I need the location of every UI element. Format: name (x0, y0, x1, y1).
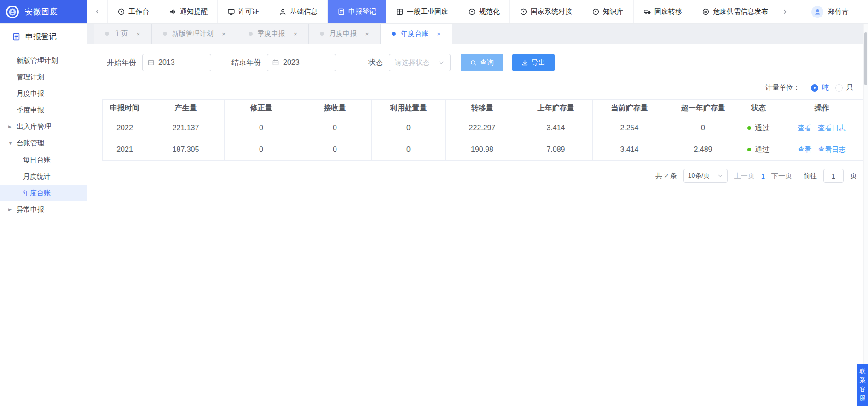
sidebar-header: 申报登记 (0, 24, 87, 49)
tab-label: 季度申报 (258, 29, 285, 38)
end-year-label: 结束年份 (231, 58, 261, 68)
cell-value: 0 (372, 117, 446, 139)
scrollbar-thumb[interactable] (864, 32, 867, 85)
nav-item-label: 危废供需信息发布 (713, 7, 768, 16)
contact-support-widget[interactable]: 联系客服 (857, 364, 868, 406)
caret-right-icon[interactable]: ▶ (8, 124, 12, 129)
filter-row: 开始年份 结束年份 状态 请选择状态 查询 (107, 54, 868, 71)
tab-label: 新版管理计划 (172, 29, 214, 38)
nav-item-3[interactable]: 基础信息 (269, 0, 328, 23)
goto-page-input[interactable] (823, 169, 844, 183)
id-card-icon (279, 8, 287, 16)
sidebar-item-7[interactable]: 月度统计 (0, 168, 87, 185)
start-year-field[interactable] (142, 54, 211, 71)
sidebar-item-1[interactable]: 管理计划 (0, 69, 87, 85)
unit-option-label: 吨 (822, 83, 829, 92)
status-select[interactable]: 请选择状态 (389, 54, 451, 71)
cell-actions: 查看查看日志 (777, 117, 867, 139)
tab-4[interactable]: 年度台账× (381, 24, 452, 44)
cell-value: 2.254 (593, 117, 666, 139)
tab-label: 主页 (114, 29, 128, 38)
close-icon[interactable]: × (136, 30, 140, 38)
caret-down-icon[interactable]: ▼ (8, 141, 12, 145)
nav-item-6[interactable]: 规范化 (458, 0, 510, 23)
vertical-scrollbar[interactable] (863, 24, 868, 406)
tab-0[interactable]: 主页× (94, 24, 152, 44)
search-icon (470, 59, 477, 66)
caret-right-icon[interactable]: ▶ (8, 207, 12, 212)
nav-scroll-left[interactable] (87, 0, 108, 23)
bullseye-icon (592, 8, 600, 16)
sidebar-item-label: 异常申报 (17, 205, 44, 214)
column-header: 超一年贮存量 (666, 100, 740, 117)
tab-1[interactable]: 新版管理计划× (152, 24, 237, 44)
nav-item-4[interactable]: 申报登记 (328, 0, 386, 23)
nav-item-2[interactable]: 许可证 (218, 0, 269, 23)
nav-item-0[interactable]: 工作台 (108, 0, 159, 23)
support-widget-char: 客 (860, 386, 866, 393)
sidebar-item-0[interactable]: 新版管理计划 (0, 52, 87, 69)
tab-3[interactable]: 月度申报× (309, 24, 381, 44)
unit-label: 计量单位： (765, 83, 800, 92)
brand-logo-block[interactable]: 安徽固废 (0, 0, 87, 23)
tab-status-dot (392, 32, 396, 36)
cell-actions: 查看查看日志 (777, 139, 867, 161)
sidebar-item-8[interactable]: 年度台账 (0, 185, 87, 201)
view-log-link[interactable]: 查看日志 (818, 145, 846, 153)
close-icon[interactable]: × (437, 30, 441, 38)
page-size-select[interactable]: 10条/页 (683, 169, 728, 183)
top-navigation-bar: 安徽固废 工作台通知提醒许可证基础信息申报登记一般工业固废规范化国家系统对接知识… (0, 0, 868, 24)
cell-value: 0 (298, 139, 372, 161)
next-page-button[interactable]: 下一页 (771, 172, 792, 180)
sidebar-item-6[interactable]: 每日台账 (0, 151, 87, 168)
user-menu[interactable]: 郑竹青 (792, 0, 868, 23)
unit-row: 计量单位： 吨只 (87, 83, 853, 92)
nav-item-9[interactable]: 固废转移 (634, 0, 692, 23)
goto-label: 前往 (803, 172, 817, 180)
nav-scroll-right[interactable] (778, 0, 792, 23)
support-widget-char: 系 (860, 377, 866, 384)
unit-radio-1[interactable]: 只 (835, 83, 853, 92)
nav-item-7[interactable]: 国家系统对接 (510, 0, 582, 23)
close-icon[interactable]: × (222, 30, 226, 38)
export-button[interactable]: 导出 (512, 54, 555, 71)
cell-value: 0 (666, 117, 740, 139)
cell-value: 7.089 (519, 139, 593, 161)
status-text: 通过 (755, 123, 770, 133)
tab-label: 月度申报 (329, 29, 357, 38)
sidebar-item-4[interactable]: ▶出入库管理 (0, 118, 87, 135)
nav-item-label: 一般工业固废 (407, 7, 448, 16)
nav-item-1[interactable]: 通知提醒 (159, 0, 218, 23)
chevron-down-icon (718, 173, 723, 179)
table-header-row: 申报时间产生量修正量接收量利用处置量转移量上年贮存量当前贮存量超一年贮存量状态操… (103, 100, 867, 117)
column-header: 上年贮存量 (519, 100, 593, 117)
end-year-input[interactable] (283, 58, 331, 67)
search-button[interactable]: 查询 (461, 54, 503, 71)
view-log-link[interactable]: 查看日志 (818, 124, 846, 132)
sidebar-item-3[interactable]: 季度申报 (0, 102, 87, 118)
nav-item-label: 申报登记 (348, 7, 376, 16)
sidebar-item-label: 月度统计 (23, 172, 51, 181)
sidebar-item-2[interactable]: 月度申报 (0, 85, 87, 102)
close-icon[interactable]: × (365, 30, 369, 38)
unit-options: 吨只 (804, 83, 853, 92)
sidebar-item-label: 台账管理 (17, 139, 44, 148)
cell-status: 通过 (740, 139, 777, 161)
prev-page-button[interactable]: 上一页 (734, 172, 755, 180)
start-year-input[interactable] (158, 58, 206, 67)
view-link[interactable]: 查看 (798, 124, 812, 132)
unit-radio-0[interactable]: 吨 (811, 83, 829, 92)
nav-item-10[interactable]: 危废供需信息发布 (692, 0, 778, 23)
sidebar-item-9[interactable]: ▶异常申报 (0, 201, 87, 218)
page-number-1[interactable]: 1 (761, 172, 765, 180)
nav-item-8[interactable]: 知识库 (582, 0, 634, 23)
pagination: 共 2 条 10条/页 上一页 1 下一页 前往 页 (87, 169, 857, 183)
nav-item-5[interactable]: 一般工业固废 (386, 0, 458, 23)
tab-2[interactable]: 季度申报× (237, 24, 309, 44)
status-label: 状态 (368, 58, 383, 68)
nav-item-label: 基础信息 (290, 7, 318, 16)
view-link[interactable]: 查看 (798, 145, 812, 153)
sidebar-item-5[interactable]: ▼台账管理 (0, 135, 87, 151)
end-year-field[interactable] (267, 54, 336, 71)
close-icon[interactable]: × (294, 30, 298, 38)
